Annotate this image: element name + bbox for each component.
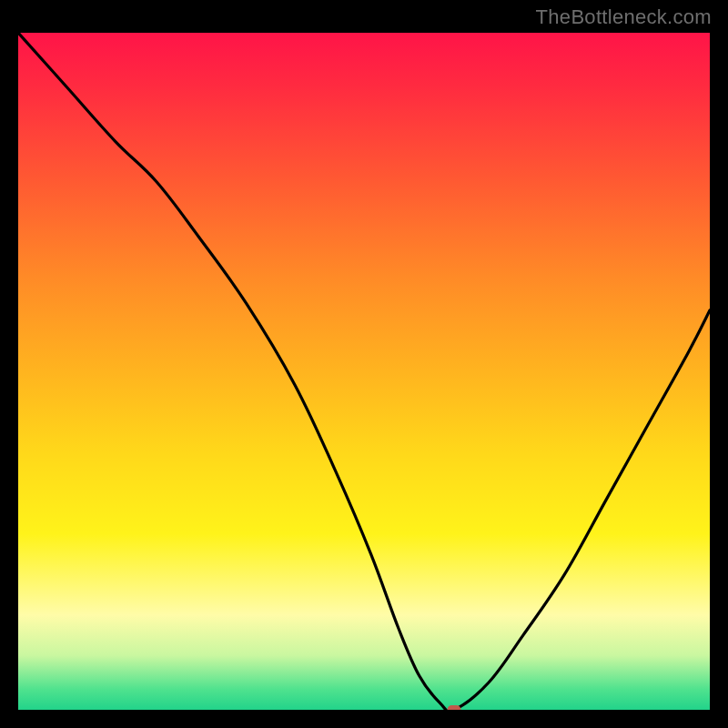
optimal-point-marker [447, 705, 460, 710]
curve-layer [18, 33, 710, 710]
watermark-text: TheBottleneck.com [536, 5, 712, 29]
bottleneck-curve [18, 33, 710, 710]
plot-area [18, 33, 710, 710]
chart-frame: TheBottleneck.com [0, 0, 728, 728]
